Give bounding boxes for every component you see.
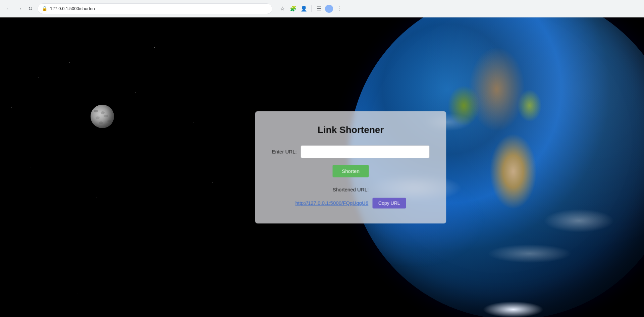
menu-button[interactable]: ⋮ xyxy=(334,4,344,13)
page-title: Link Shortener xyxy=(272,124,430,135)
short-url-link[interactable]: http://127.0.0.1:5000/FQqUqgU6 xyxy=(295,200,368,206)
moon xyxy=(91,105,114,128)
shorten-button[interactable]: Shorten xyxy=(332,165,369,177)
address-bar[interactable]: 🔓 127.0.0.1:5000/shorten xyxy=(38,3,272,14)
shorten-btn-row: Shorten xyxy=(272,165,430,177)
bookmark-button[interactable]: ☆ xyxy=(278,4,287,13)
toolbar-right: ☆ 🧩 👤 ☰ ⋮ xyxy=(278,4,344,13)
profiles-button[interactable]: 👤 xyxy=(299,4,309,13)
copy-url-button[interactable]: Copy URL xyxy=(372,198,406,208)
nav-buttons: ← → ↻ xyxy=(4,4,35,13)
avatar xyxy=(325,5,333,13)
lock-icon: 🔓 xyxy=(42,6,47,11)
back-button[interactable]: ← xyxy=(4,4,13,13)
forward-button[interactable]: → xyxy=(15,4,24,13)
url-input[interactable] xyxy=(301,145,430,158)
shortened-url-label: Shortened URL: xyxy=(272,187,430,192)
url-form-row: Enter URL: xyxy=(272,145,430,158)
address-text: 127.0.0.1:5000/shorten xyxy=(50,6,268,11)
extensions-button[interactable]: 🧩 xyxy=(288,4,298,13)
toolbar-separator xyxy=(311,5,312,12)
browser-chrome: ← → ↻ 🔓 127.0.0.1:5000/shorten ☆ 🧩 👤 ☰ ⋮ xyxy=(0,0,644,17)
url-label: Enter URL: xyxy=(272,149,297,155)
reload-button[interactable]: ↻ xyxy=(25,4,35,13)
result-row: http://127.0.0.1:5000/FQqUqgU6 Copy URL xyxy=(272,198,430,208)
card: Link Shortener Enter URL: Shorten Shorte… xyxy=(255,111,446,223)
sidebar-button[interactable]: ☰ xyxy=(314,4,324,13)
page-content: Link Shortener Enter URL: Shorten Shorte… xyxy=(0,17,644,317)
